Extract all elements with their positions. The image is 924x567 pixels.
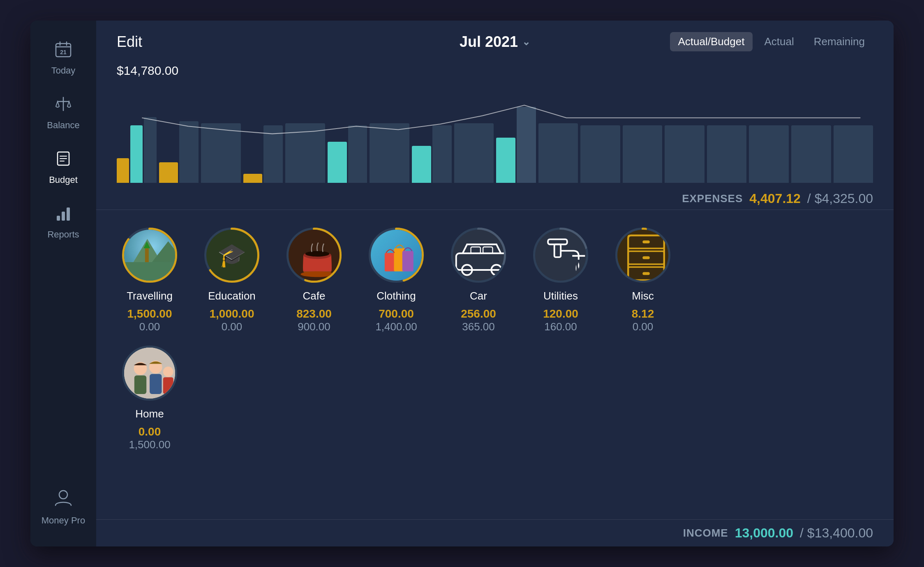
bar-yellow-2 (159, 162, 178, 183)
bar-group-12 (580, 101, 620, 183)
category-travelling[interactable]: Travelling 1,500.00 0.00 (117, 226, 182, 332)
category-home[interactable]: Home 0.00 1,500.00 (117, 344, 182, 450)
bar-group-15 (707, 101, 747, 183)
svg-rect-21 (145, 248, 149, 262)
cafe-values: 823.00 900.00 (296, 308, 332, 332)
bar-gray-15 (707, 125, 747, 183)
misc-label: Misc (632, 290, 654, 302)
clothing-budget: 1,400.00 (375, 321, 417, 332)
education-actual: 1,000.00 (210, 308, 254, 320)
car-values: 256.00 365.00 (461, 308, 496, 332)
bar-lightgray-10 (517, 107, 536, 183)
category-education[interactable]: 🎓 Education 1,000.00 0.00 (199, 226, 265, 332)
income-actual: 13,000.00 (735, 526, 793, 541)
user-icon (53, 487, 74, 512)
chevron-down-icon: ⌄ (522, 36, 530, 48)
education-circle: 🎓 (203, 226, 261, 284)
home-budget: 1,500.00 (129, 439, 170, 450)
bar-cyan-10 (496, 138, 515, 183)
bar-group-9 (454, 101, 494, 183)
home-label: Home (135, 408, 164, 420)
svg-rect-66 (163, 377, 173, 394)
misc-icon-bg (617, 230, 668, 281)
sidebar-item-reports[interactable]: Reports (30, 197, 96, 247)
month-label: Jul 2021 (460, 33, 518, 51)
bar-cyan-8 (412, 146, 431, 183)
bar-gray-16 (749, 125, 789, 183)
education-icon-bg: 🎓 (206, 230, 257, 281)
bar-gray-5 (285, 123, 325, 183)
sidebar-item-today[interactable]: 21 Today (30, 33, 96, 83)
sidebar-item-budget[interactable]: Budget (30, 142, 96, 193)
tab-remaining[interactable]: Remaining (806, 32, 873, 51)
clothing-circle (367, 226, 425, 284)
bar-gray-13 (623, 125, 663, 183)
edit-button[interactable]: Edit (117, 33, 369, 51)
svg-rect-57 (642, 272, 650, 275)
utilities-label: Utilities (543, 290, 578, 302)
category-car[interactable]: Car 256.00 365.00 (446, 226, 511, 332)
bar-gray-6 (348, 125, 367, 183)
svg-rect-12 (62, 212, 65, 221)
sidebar: 21 Today Balance (30, 21, 96, 546)
app-container: 21 Today Balance (30, 21, 894, 546)
utilities-values: 120.00 160.00 (543, 308, 578, 332)
education-values: 1,000.00 0.00 (210, 308, 254, 332)
cafe-circle (285, 226, 343, 284)
cafe-budget: 900.00 (298, 321, 330, 332)
tab-actual-budget[interactable]: Actual/Budget (670, 32, 753, 51)
bar-group-18 (834, 101, 873, 183)
home-values: 0.00 1,500.00 (129, 426, 170, 450)
svg-point-30 (305, 251, 330, 257)
utilities-budget: 160.00 (544, 321, 577, 332)
utilities-circle (532, 226, 589, 284)
home-image (124, 348, 175, 399)
header: Edit Jul 2021 ⌄ Actual/Budget Actual Rem… (96, 21, 894, 60)
category-utilities[interactable]: Utilities 120.00 160.00 (528, 226, 594, 332)
svg-rect-11 (57, 216, 60, 221)
categories-section: Travelling 1,500.00 0.00 🎓 (96, 210, 894, 519)
sidebar-item-balance[interactable]: Balance (30, 88, 96, 138)
cafe-image (289, 230, 340, 281)
svg-rect-64 (150, 374, 162, 394)
utilities-actual: 120.00 (543, 308, 578, 320)
tab-actual[interactable]: Actual (756, 32, 802, 51)
bar-gray-2 (179, 121, 199, 183)
sidebar-bottom[interactable]: Money Pro (33, 479, 93, 534)
bar-gray-7 (370, 123, 409, 183)
bar-group-11 (538, 101, 578, 183)
education-budget: 0.00 (222, 321, 243, 332)
svg-point-14 (59, 491, 67, 499)
travelling-budget: 0.00 (139, 321, 160, 332)
category-clothing[interactable]: Clothing 700.00 1,400.00 (363, 226, 429, 332)
bar-gray-14 (665, 125, 705, 183)
bar-cyan-6 (328, 142, 347, 183)
bar-yellow-1 (117, 158, 129, 183)
bar-gray-4 (263, 125, 283, 183)
category-misc[interactable]: Misc 8.12 0.00 (610, 226, 676, 332)
car-label: Car (470, 290, 487, 302)
svg-text:21: 21 (60, 49, 67, 55)
bar-cyan-1 (130, 125, 143, 183)
travelling-image (124, 230, 175, 281)
home-circle (121, 344, 178, 402)
expenses-actual: 4,407.12 (749, 191, 801, 206)
clothing-label: Clothing (377, 290, 416, 302)
svg-rect-18 (124, 262, 175, 281)
category-cafe[interactable]: Cafe 823.00 900.00 (281, 226, 347, 332)
bar-gray-8 (432, 125, 452, 183)
clothing-image (371, 230, 422, 281)
car-circle (450, 226, 507, 284)
balance-icon (54, 95, 72, 117)
expenses-budget: / $4,325.00 (807, 191, 873, 206)
bar-gray-18 (834, 125, 873, 183)
bar-group-3 (201, 101, 241, 183)
budget-icon (54, 150, 72, 171)
month-selector[interactable]: Jul 2021 ⌄ (369, 33, 621, 51)
bar-group-5 (285, 101, 325, 183)
income-row: INCOME 13,000.00 / $13,400.00 (96, 519, 894, 546)
bar-gray-11 (538, 123, 578, 183)
categories-row-1: Travelling 1,500.00 0.00 🎓 (117, 226, 873, 332)
bar-gray-17 (791, 125, 831, 183)
svg-rect-62 (134, 376, 146, 394)
